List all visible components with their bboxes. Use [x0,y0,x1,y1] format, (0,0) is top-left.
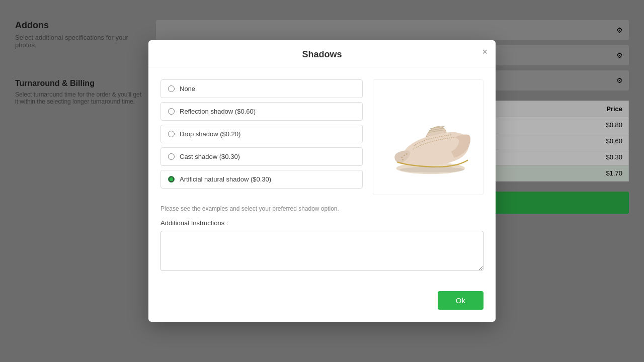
option-drop[interactable]: Drop shadow ($0.20) [160,125,363,143]
option-none[interactable]: None [160,79,363,98]
svg-point-4 [401,156,403,158]
radio-cast[interactable] [168,153,175,160]
svg-point-7 [406,153,408,155]
option-reflection[interactable]: Reflection shadow ($0.60) [160,102,363,121]
radio-artificial[interactable] [168,176,175,183]
option-none-label: None [180,85,195,93]
ok-button[interactable]: Ok [438,291,484,310]
option-drop-label: Drop shadow ($0.20) [180,130,240,138]
shadows-modal: Shadows × None Reflection shadow ($0.60) [148,40,496,322]
svg-point-5 [404,155,405,156]
modal-title: Shadows [302,49,342,59]
option-cast[interactable]: Cast shadow ($0.30) [160,147,363,166]
svg-point-8 [399,167,464,172]
instructions-textarea[interactable] [160,231,484,271]
option-artificial-label: Artificial natural shadow ($0.30) [180,175,271,183]
modal-close-button[interactable]: × [482,47,488,56]
radio-reflection[interactable] [168,108,175,115]
shoe-preview-box [373,79,484,195]
svg-point-6 [402,159,404,160]
instructions-label: Additional Instructions : [160,219,484,227]
shoe-image [380,89,476,185]
hint-text: Please see the examples and select your … [160,205,484,212]
modal-body: None Reflection shadow ($0.60) Drop shad… [148,67,496,284]
shadow-options-list: None Reflection shadow ($0.60) Drop shad… [160,79,363,195]
option-cast-label: Cast shadow ($0.30) [180,153,240,160]
modal-header: Shadows × [148,40,496,67]
option-artificial[interactable]: Artificial natural shadow ($0.30) [160,170,363,189]
modal-content-row: None Reflection shadow ($0.60) Drop shad… [160,79,484,195]
option-reflection-label: Reflection shadow ($0.60) [180,108,256,115]
radio-none[interactable] [168,85,175,92]
radio-drop[interactable] [168,131,175,137]
modal-overlay: Shadows × None Reflection shadow ($0.60) [0,0,644,362]
modal-footer: Ok [148,284,496,322]
